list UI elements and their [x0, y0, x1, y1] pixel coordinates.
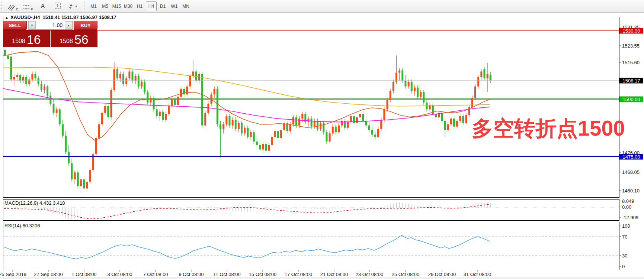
buy-button[interactable]: BUY	[74, 21, 97, 30]
price-level-badge: 1508.17	[619, 78, 643, 84]
buy-price-small: 1508	[60, 38, 73, 45]
tool-subscript: F	[31, 7, 33, 11]
grid-tool-button[interactable]: F	[21, 1, 35, 11]
symbol-timeframe-label: XAUUSD-,H4	[10, 14, 40, 20]
date-tick-label: 31 Oct 08:00	[464, 272, 491, 277]
macd-indicator-label: MACD(12,26,9) 4.432 3.418	[4, 200, 65, 206]
tf-h4-button[interactable]: H4	[146, 1, 157, 11]
macd-tick-label: -12.909	[622, 215, 638, 220]
date-tick-label: 3 Oct 08:00	[107, 272, 132, 277]
high-value: 1511.87	[61, 14, 79, 20]
sell-button[interactable]: SELL	[3, 21, 27, 30]
rsi-indicator-label: RSI(14) 60.3206	[4, 223, 40, 228]
arrows-icon	[68, 3, 74, 9]
price-tick-label: 1460.10	[622, 188, 640, 194]
date-tick-label: 27 Sep 08:00	[34, 272, 63, 277]
chevron-down-icon: ▾	[75, 4, 77, 8]
sell-price-small: 1508	[12, 38, 25, 45]
chart-annotation-text: 多空转折点1500	[472, 117, 625, 139]
price-tick-label: 1515.60	[622, 60, 640, 65]
date-tick-label: 9 Oct 08:00	[179, 272, 204, 277]
macd-tick-label: 0.00	[622, 204, 631, 210]
price-tick-label: 1468.05	[622, 169, 640, 175]
tf-mn-button[interactable]: MN	[180, 1, 191, 11]
tf-h1-button[interactable]: H1	[134, 1, 145, 11]
tf-d1-button[interactable]: D1	[157, 1, 168, 11]
low-value: 1506.97	[80, 14, 97, 20]
sell-price-big: 16	[27, 33, 41, 46]
tf-m1-button[interactable]: M1	[88, 1, 99, 11]
tf-w1-button[interactable]: W1	[169, 1, 180, 11]
date-tick-label: 21 Oct 08:00	[320, 272, 348, 277]
volume-increase-button[interactable]: ▲	[65, 21, 72, 29]
letter-t-box-icon: T	[55, 3, 60, 9]
date-tick-label: 29 Oct 08:00	[428, 272, 456, 277]
volume-decrease-button[interactable]: ▼	[28, 21, 36, 29]
sell-price-display[interactable]: 1508 16	[3, 30, 50, 47]
price-level-badge: 1500.00	[619, 97, 643, 102]
rsi-tick-label: 0	[622, 264, 625, 269]
rsi-tick-label: 70	[622, 234, 627, 240]
date-tick-label: 7 Oct 08:00	[143, 272, 168, 277]
buy-price-display[interactable]: 1508 56	[51, 30, 97, 47]
arrow-tools-button[interactable]: ▾	[66, 1, 79, 11]
tf-m30-button[interactable]: M30	[123, 1, 134, 11]
chart-window: ▲XAUUSD-,H4 1510.41 1511.87 1506.97 1508…	[0, 13, 644, 277]
open-value: 1510.41	[43, 14, 60, 20]
letter-a-icon: A	[41, 3, 45, 10]
tool-subscript: E	[16, 7, 18, 11]
date-tick-label: 11 Oct 08:00	[213, 272, 240, 277]
date-tick-label: 25 Sep 2019	[0, 272, 26, 277]
buy-price-big: 56	[74, 33, 89, 46]
date-tick-label: 23 Oct 08:00	[356, 272, 383, 277]
ohlc-header: ▲XAUUSD-,H4 1510.41 1511.87 1506.97 1508…	[5, 14, 116, 20]
rsi-tick-label: 100	[622, 223, 630, 229]
collapse-triangle-icon[interactable]: ▲	[5, 16, 9, 20]
date-tick-label: 15 Oct 08:00	[249, 272, 276, 277]
date-tick-label: 25 Oct 08:00	[392, 272, 419, 277]
rsi-tick-label: 30	[622, 253, 627, 259]
text-label-tool-button[interactable]: A	[36, 1, 49, 11]
toolbar-grip[interactable]	[84, 2, 86, 10]
price-tick-label: 1523.55	[622, 43, 640, 49]
close-value: 1508.17	[99, 14, 116, 20]
candlestick-chart-canvas	[0, 13, 644, 277]
macd-tick-label: 8.049	[622, 198, 634, 204]
draw-hatch-tool-button[interactable]: E	[6, 1, 20, 11]
tf-m15-button[interactable]: M15	[111, 1, 122, 11]
one-click-trading-panel: SELL ▼ ▲ BUY 1508 16 1508 56	[3, 21, 97, 47]
grid-icon	[23, 4, 31, 11]
text-box-tool-button[interactable]: T	[51, 1, 64, 11]
tf-m5-button[interactable]: M5	[100, 1, 110, 11]
date-tick-label: 17 Oct 08:00	[285, 272, 312, 277]
toolbar: E F A T ▾ M1 M5 M15 M3	[0, 0, 644, 13]
price-level-badge: 1475.00	[619, 154, 643, 160]
date-tick-label: 1 Oct 08:00	[71, 272, 96, 277]
volume-input[interactable]	[36, 21, 65, 29]
toolbar-grip[interactable]	[1, 2, 4, 10]
mt4-terminal: E F A T ▾ M1 M5 M15 M3	[0, 0, 644, 279]
hatch-pencil-icon	[7, 4, 16, 11]
price-level-badge: 1530.00	[619, 28, 643, 34]
